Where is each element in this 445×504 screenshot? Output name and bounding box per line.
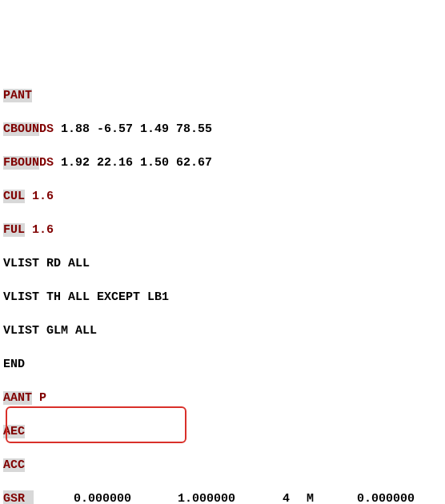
line-aec: AEC bbox=[3, 423, 442, 440]
line-cul: CUL 1.6 bbox=[3, 188, 442, 205]
line-acc: ACC bbox=[3, 457, 442, 474]
g-col-1: 0.000000 bbox=[34, 490, 131, 504]
code-listing: PANT CBOUNDS 1.88 -6.57 1.49 78.55 FBOUN… bbox=[3, 70, 442, 504]
kw-pant: PANT bbox=[3, 89, 32, 102]
line-fbounds: FBOUNDS 1.92 22.16 1.50 62.67 bbox=[3, 154, 442, 171]
line-vlist-2: VLIST TH ALL EXCEPT LB1 bbox=[3, 289, 442, 306]
kw-aec: AEC bbox=[3, 425, 25, 438]
kw-ful: FUL bbox=[3, 223, 25, 237]
kw-cbounds: CBOUN bbox=[3, 122, 39, 136]
kw-fbounds: FBOUN bbox=[3, 156, 39, 170]
g-table: GSR0.0000001.0000004M0.000000GNR0.000000… bbox=[3, 490, 442, 504]
g-col-4: M bbox=[290, 490, 314, 504]
line-vlist-3: VLIST GLM ALL bbox=[3, 322, 442, 339]
kw-acc: ACC bbox=[3, 458, 25, 472]
kw-cul: CUL bbox=[3, 190, 25, 203]
g-col-5: 0.000000 bbox=[314, 490, 415, 504]
line-cbounds: CBOUNDS 1.88 -6.57 1.49 78.55 bbox=[3, 121, 442, 138]
line-ful: FUL 1.6 bbox=[3, 222, 442, 238]
line-aant: AANT P bbox=[3, 390, 442, 406]
line-pant: PANT bbox=[3, 87, 442, 104]
kw-aant: AANT bbox=[3, 391, 32, 405]
g-col-3: 4 bbox=[235, 490, 290, 504]
g-col-2: 1.000000 bbox=[131, 490, 235, 504]
g-kw: GSR bbox=[3, 490, 34, 504]
line-vlist-1: VLIST RD ALL bbox=[3, 255, 442, 272]
line-end-1: END bbox=[3, 356, 442, 373]
g-row: GSR0.0000001.0000004M0.000000 bbox=[3, 490, 442, 504]
